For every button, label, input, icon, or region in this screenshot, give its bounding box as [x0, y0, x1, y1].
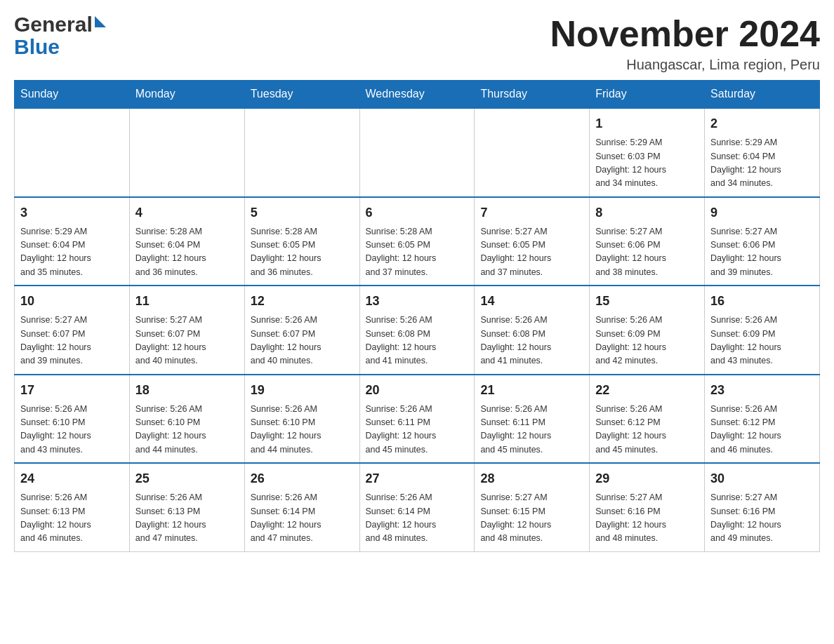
day-number: 6 — [366, 203, 469, 222]
calendar-day-22: 22Sunrise: 5:26 AMSunset: 6:12 PMDayligh… — [590, 375, 705, 464]
day-info: Sunrise: 5:26 AMSunset: 6:13 PMDaylight:… — [135, 491, 239, 546]
calendar-table: SundayMondayTuesdayWednesdayThursdayFrid… — [14, 80, 820, 552]
calendar-day-23: 23Sunrise: 5:26 AMSunset: 6:12 PMDayligh… — [705, 375, 820, 464]
logo-blue-text: Blue — [14, 36, 106, 58]
day-number: 3 — [20, 203, 124, 222]
calendar-week-5: 24Sunrise: 5:26 AMSunset: 6:13 PMDayligh… — [15, 463, 820, 551]
weekday-header-thursday: Thursday — [475, 81, 590, 109]
calendar-day-28: 28Sunrise: 5:27 AMSunset: 6:15 PMDayligh… — [475, 463, 590, 551]
day-info: Sunrise: 5:28 AMSunset: 6:04 PMDaylight:… — [135, 225, 239, 280]
calendar-day-8: 8Sunrise: 5:27 AMSunset: 6:06 PMDaylight… — [590, 197, 705, 286]
day-info: Sunrise: 5:26 AMSunset: 6:08 PMDaylight:… — [480, 314, 583, 368]
day-info: Sunrise: 5:29 AMSunset: 6:04 PMDaylight:… — [710, 136, 814, 191]
location-subtitle: Huangascar, Lima region, Peru — [550, 57, 820, 73]
calendar-day-30: 30Sunrise: 5:27 AMSunset: 6:16 PMDayligh… — [705, 463, 820, 551]
calendar-day-11: 11Sunrise: 5:27 AMSunset: 6:07 PMDayligh… — [129, 286, 244, 375]
day-info: Sunrise: 5:26 AMSunset: 6:10 PMDaylight:… — [251, 403, 354, 457]
calendar-empty-cell — [244, 108, 359, 197]
day-info: Sunrise: 5:27 AMSunset: 6:07 PMDaylight:… — [20, 314, 124, 368]
calendar-day-1: 1Sunrise: 5:29 AMSunset: 6:03 PMDaylight… — [590, 108, 705, 197]
day-number: 22 — [595, 381, 699, 400]
calendar-day-2: 2Sunrise: 5:29 AMSunset: 6:04 PMDaylight… — [705, 108, 820, 197]
day-info: Sunrise: 5:29 AMSunset: 6:04 PMDaylight:… — [20, 225, 124, 280]
calendar-day-29: 29Sunrise: 5:27 AMSunset: 6:16 PMDayligh… — [590, 463, 705, 551]
calendar-day-4: 4Sunrise: 5:28 AMSunset: 6:04 PMDaylight… — [129, 197, 244, 286]
day-number: 23 — [710, 381, 814, 400]
day-info: Sunrise: 5:26 AMSunset: 6:10 PMDaylight:… — [20, 403, 124, 457]
page-header: General Blue November 2024 Huangascar, L… — [14, 14, 820, 73]
day-info: Sunrise: 5:26 AMSunset: 6:14 PMDaylight:… — [366, 491, 469, 546]
day-info: Sunrise: 5:26 AMSunset: 6:09 PMDaylight:… — [595, 314, 699, 368]
calendar-day-13: 13Sunrise: 5:26 AMSunset: 6:08 PMDayligh… — [359, 286, 475, 375]
day-number: 4 — [135, 203, 239, 222]
day-number: 17 — [20, 381, 124, 400]
day-info: Sunrise: 5:27 AMSunset: 6:15 PMDaylight:… — [480, 491, 583, 546]
day-info: Sunrise: 5:26 AMSunset: 6:12 PMDaylight:… — [595, 403, 699, 457]
calendar-day-18: 18Sunrise: 5:26 AMSunset: 6:10 PMDayligh… — [129, 375, 244, 464]
day-info: Sunrise: 5:27 AMSunset: 6:06 PMDaylight:… — [595, 225, 699, 280]
calendar-empty-cell — [15, 108, 130, 197]
day-info: Sunrise: 5:27 AMSunset: 6:16 PMDaylight:… — [595, 491, 699, 546]
day-number: 27 — [366, 469, 469, 488]
day-number: 29 — [595, 469, 699, 488]
weekday-header-friday: Friday — [590, 81, 705, 109]
day-number: 5 — [251, 203, 354, 222]
calendar-empty-cell — [475, 108, 590, 197]
day-number: 9 — [710, 203, 814, 222]
day-info: Sunrise: 5:26 AMSunset: 6:12 PMDaylight:… — [710, 403, 814, 457]
day-info: Sunrise: 5:29 AMSunset: 6:03 PMDaylight:… — [595, 136, 699, 191]
calendar-day-21: 21Sunrise: 5:26 AMSunset: 6:11 PMDayligh… — [475, 375, 590, 464]
calendar-day-24: 24Sunrise: 5:26 AMSunset: 6:13 PMDayligh… — [15, 463, 130, 551]
day-info: Sunrise: 5:26 AMSunset: 6:14 PMDaylight:… — [251, 491, 354, 546]
day-number: 13 — [366, 292, 469, 311]
logo-general-text: General — [14, 14, 93, 35]
day-number: 20 — [366, 381, 469, 400]
day-info: Sunrise: 5:26 AMSunset: 6:09 PMDaylight:… — [710, 314, 814, 368]
weekday-header-tuesday: Tuesday — [244, 81, 359, 109]
calendar-empty-cell — [129, 108, 244, 197]
calendar-day-12: 12Sunrise: 5:26 AMSunset: 6:07 PMDayligh… — [244, 286, 359, 375]
calendar-day-26: 26Sunrise: 5:26 AMSunset: 6:14 PMDayligh… — [244, 463, 359, 551]
calendar-day-10: 10Sunrise: 5:27 AMSunset: 6:07 PMDayligh… — [15, 286, 130, 375]
day-number: 7 — [480, 203, 583, 222]
day-number: 8 — [595, 203, 699, 222]
day-number: 18 — [135, 381, 239, 400]
calendar-header-row: SundayMondayTuesdayWednesdayThursdayFrid… — [15, 81, 820, 109]
calendar-week-3: 10Sunrise: 5:27 AMSunset: 6:07 PMDayligh… — [15, 286, 820, 375]
logo-arrow-icon — [95, 16, 106, 27]
day-info: Sunrise: 5:26 AMSunset: 6:10 PMDaylight:… — [135, 403, 239, 457]
calendar-day-16: 16Sunrise: 5:26 AMSunset: 6:09 PMDayligh… — [705, 286, 820, 375]
weekday-header-sunday: Sunday — [15, 81, 130, 109]
calendar-day-9: 9Sunrise: 5:27 AMSunset: 6:06 PMDaylight… — [705, 197, 820, 286]
day-number: 14 — [480, 292, 583, 311]
calendar-day-6: 6Sunrise: 5:28 AMSunset: 6:05 PMDaylight… — [359, 197, 475, 286]
calendar-day-25: 25Sunrise: 5:26 AMSunset: 6:13 PMDayligh… — [129, 463, 244, 551]
calendar-day-5: 5Sunrise: 5:28 AMSunset: 6:05 PMDaylight… — [244, 197, 359, 286]
title-area: November 2024 Huangascar, Lima region, P… — [550, 14, 820, 73]
calendar-empty-cell — [359, 108, 475, 197]
logo: General Blue — [14, 14, 106, 58]
day-number: 11 — [135, 292, 239, 311]
day-number: 16 — [710, 292, 814, 311]
day-number: 26 — [251, 469, 354, 488]
day-info: Sunrise: 5:26 AMSunset: 6:08 PMDaylight:… — [366, 314, 469, 368]
calendar-day-19: 19Sunrise: 5:26 AMSunset: 6:10 PMDayligh… — [244, 375, 359, 464]
day-number: 15 — [595, 292, 699, 311]
day-info: Sunrise: 5:28 AMSunset: 6:05 PMDaylight:… — [366, 225, 469, 280]
calendar-day-17: 17Sunrise: 5:26 AMSunset: 6:10 PMDayligh… — [15, 375, 130, 464]
day-info: Sunrise: 5:28 AMSunset: 6:05 PMDaylight:… — [251, 225, 354, 280]
day-info: Sunrise: 5:27 AMSunset: 6:06 PMDaylight:… — [710, 225, 814, 280]
month-title: November 2024 — [550, 14, 820, 54]
weekday-header-saturday: Saturday — [705, 81, 820, 109]
day-number: 10 — [20, 292, 124, 311]
day-info: Sunrise: 5:26 AMSunset: 6:07 PMDaylight:… — [251, 314, 354, 368]
calendar-week-1: 1Sunrise: 5:29 AMSunset: 6:03 PMDaylight… — [15, 108, 820, 197]
day-number: 24 — [20, 469, 124, 488]
day-number: 30 — [710, 469, 814, 488]
day-number: 2 — [710, 114, 814, 133]
day-info: Sunrise: 5:27 AMSunset: 6:07 PMDaylight:… — [135, 314, 239, 368]
day-number: 25 — [135, 469, 239, 488]
weekday-header-wednesday: Wednesday — [359, 81, 475, 109]
calendar-day-3: 3Sunrise: 5:29 AMSunset: 6:04 PMDaylight… — [15, 197, 130, 286]
calendar-week-2: 3Sunrise: 5:29 AMSunset: 6:04 PMDaylight… — [15, 197, 820, 286]
